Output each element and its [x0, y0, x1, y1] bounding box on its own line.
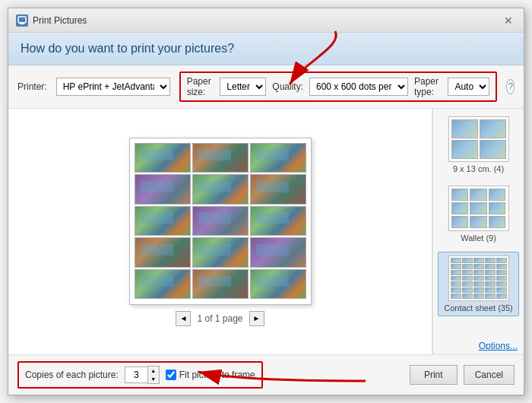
- copies-input-group: ▲ ▼: [125, 366, 160, 384]
- layout-cell: [473, 287, 484, 293]
- thumb-3: [250, 143, 306, 173]
- cancel-button[interactable]: Cancel: [464, 365, 515, 385]
- paper-size-label: Paper size:: [187, 76, 214, 97]
- layout-label-wallet: Wallet (9): [461, 233, 496, 243]
- paper-type-select[interactable]: Auto: [448, 78, 489, 96]
- layout-cell: [496, 264, 507, 269]
- page-nav: ◄ 1 of 1 page ►: [176, 311, 264, 326]
- thumb-1: [135, 143, 191, 173]
- layout-cell: [451, 258, 461, 263]
- quality-label: Quality:: [272, 81, 303, 92]
- layout-cell: [451, 281, 461, 287]
- layout-cell: [480, 119, 506, 138]
- layout-cell: [485, 270, 496, 275]
- prev-page-button[interactable]: ◄: [176, 311, 191, 326]
- layout-cell: [470, 216, 487, 228]
- layout-cell: [451, 270, 461, 275]
- layout-cell: [451, 119, 478, 138]
- dialog-icon: [16, 14, 28, 27]
- copies-and-fit-group: Copies of each picture: ▲ ▼ Fit picture …: [17, 361, 263, 389]
- print-button[interactable]: Print: [410, 365, 458, 385]
- thumb-15: [250, 269, 306, 300]
- next-page-button[interactable]: ►: [249, 311, 264, 326]
- layout-cell: [470, 189, 487, 201]
- thumb-11: [192, 237, 249, 268]
- layout-cell: [473, 276, 484, 281]
- paper-controls-group: Paper size: Letter Quality: 600 x 600 do…: [179, 71, 498, 102]
- close-button[interactable]: ✕: [501, 13, 516, 28]
- layout-thumb-contact: [448, 255, 509, 301]
- layout-cell: [485, 264, 496, 269]
- layout-cell: [473, 270, 484, 275]
- controls-bar: Printer: HP ePrint + JetAdvantage Paper …: [8, 65, 524, 109]
- layout-option-wallet[interactable]: Wallet (9): [438, 182, 519, 246]
- layout-option-9x13[interactable]: 9 x 13 cm. (4): [438, 113, 519, 176]
- fit-label[interactable]: Fit picture to frame: [179, 370, 255, 380]
- copies-label: Copies of each picture:: [25, 370, 119, 380]
- spinner-down-button[interactable]: ▼: [148, 375, 159, 383]
- layout-cell: [462, 276, 473, 281]
- layout-label-contact: Contact sheet (35): [444, 303, 513, 313]
- page-indicator: 1 of 1 page: [197, 313, 242, 324]
- thumb-12: [250, 237, 306, 268]
- layout-cell: [451, 276, 461, 281]
- preview-paper: [129, 138, 312, 305]
- layout-cell: [473, 258, 484, 263]
- options-link[interactable]: Options...: [433, 338, 524, 354]
- spinner-buttons: ▲ ▼: [147, 366, 160, 384]
- print-dialog: Print Pictures ✕ How do you want to prin…: [8, 8, 524, 395]
- layout-cell: [485, 294, 496, 299]
- printer-label: Printer:: [17, 81, 47, 92]
- bottom-bar: Copies of each picture: ▲ ▼ Fit picture …: [8, 354, 524, 395]
- quality-select[interactable]: 600 x 600 dots per inch: [309, 78, 408, 96]
- layout-cell: [451, 294, 461, 299]
- layout-cell: [451, 287, 461, 293]
- thumb-13: [135, 269, 191, 300]
- layout-cell: [462, 264, 473, 269]
- header-section: How do you want to print your pictures?: [8, 33, 524, 65]
- svg-rect-1: [20, 22, 24, 24]
- copies-input[interactable]: [125, 367, 147, 383]
- layout-cell: [451, 264, 461, 269]
- thumb-4: [135, 174, 191, 205]
- layout-cell: [496, 258, 507, 263]
- layout-cell: [489, 202, 506, 214]
- thumb-5: [192, 174, 249, 205]
- spinner-up-button[interactable]: ▲: [148, 367, 159, 375]
- thumb-7: [135, 206, 191, 236]
- paper-size-select[interactable]: Letter: [220, 78, 266, 96]
- layout-cell: [473, 294, 484, 299]
- layout-cell: [480, 140, 506, 159]
- layout-cell: [496, 276, 507, 281]
- layout-cell: [485, 281, 496, 287]
- svg-rect-0: [18, 17, 26, 23]
- header-title: How do you want to print your pictures?: [21, 42, 511, 56]
- layout-cell: [462, 287, 473, 293]
- thumb-8: [192, 206, 249, 236]
- dialog-title: Print Pictures: [33, 15, 87, 26]
- title-bar: Print Pictures ✕: [8, 8, 524, 33]
- help-button[interactable]: ?: [506, 79, 515, 94]
- layout-cell: [496, 281, 507, 287]
- preview-area: ◄ 1 of 1 page ►: [8, 109, 432, 354]
- sidebar: 9 x 13 cm. (4) Wallet (: [432, 109, 524, 354]
- thumb-6: [250, 174, 306, 205]
- layout-cell: [473, 264, 484, 269]
- layout-cell: [485, 287, 496, 293]
- title-bar-left: Print Pictures: [16, 14, 87, 27]
- layout-cell: [496, 287, 507, 293]
- layout-option-contact[interactable]: Contact sheet (35): [438, 252, 519, 316]
- layout-thumb-9x13: [448, 116, 509, 162]
- fit-checkbox-group: Fit picture to frame: [166, 370, 255, 380]
- main-content: ◄ 1 of 1 page ► 9 x 13 cm. (4): [8, 109, 524, 354]
- fit-checkbox[interactable]: [166, 370, 176, 380]
- layout-label-9x13: 9 x 13 cm. (4): [453, 164, 504, 173]
- layout-cell: [462, 258, 473, 263]
- layout-cell: [451, 140, 478, 159]
- printer-select[interactable]: HP ePrint + JetAdvantage: [56, 78, 170, 96]
- thumb-9: [250, 206, 306, 236]
- layout-cell: [451, 202, 469, 214]
- paper-type-label: Paper type:: [414, 76, 442, 97]
- layout-cell: [451, 216, 469, 228]
- thumb-10: [135, 237, 191, 268]
